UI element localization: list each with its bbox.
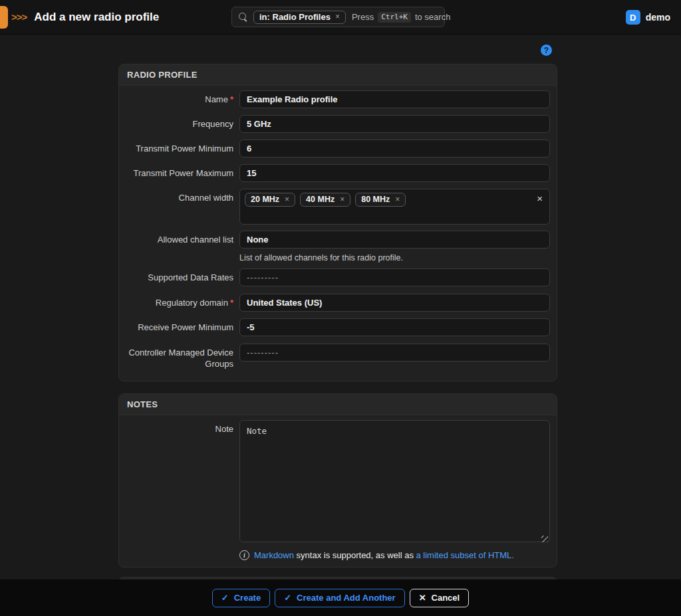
- field-row-tx-power-max: Transmit Power Maximum: [126, 164, 550, 182]
- user-name: demo: [646, 12, 670, 23]
- field-row-allowed-channels: Allowed channel list List of allowed cha…: [126, 231, 550, 262]
- clear-all-icon[interactable]: ×: [537, 193, 543, 205]
- helper-period: .: [511, 550, 514, 560]
- allowed-channel-list-field[interactable]: [239, 231, 550, 249]
- regulatory-domain-label: Regulatory domain*: [126, 294, 233, 309]
- chip-remove-icon[interactable]: ×: [285, 195, 289, 203]
- top-header: >>> Add a new radio profile in: Radio Pr…: [0, 0, 681, 35]
- field-row-channel-width: Channel width 20 MHz × 40 MHz × 80 MHz ×…: [126, 189, 550, 225]
- breadcrumb-chevrons-icon[interactable]: >>>: [11, 11, 27, 23]
- field-row-data-rates: Supported Data Rates: [126, 268, 550, 286]
- frequency-label: Frequency: [126, 115, 233, 130]
- search-filter-chip[interactable]: in: Radio Profiles ×: [253, 11, 346, 24]
- tx-power-min-field[interactable]: [239, 140, 550, 157]
- notes-card-title: NOTES: [119, 394, 557, 415]
- form-action-bar: ✓ Create ✓ Create and Add Another ✕ Canc…: [0, 579, 681, 616]
- chip-remove-icon[interactable]: ×: [395, 195, 400, 203]
- search-icon: [239, 13, 247, 21]
- chip-remove-icon[interactable]: ×: [340, 195, 344, 203]
- user-avatar: D: [626, 10, 640, 25]
- allowed-channel-list-label: Allowed channel list: [126, 231, 233, 246]
- check-icon: ✓: [221, 593, 229, 603]
- main-content: ? RADIO PROFILE Name* Frequency Transmit…: [118, 35, 557, 591]
- rx-power-min-label: Receive Power Minimum: [126, 318, 233, 334]
- note-textarea[interactable]: [239, 420, 550, 542]
- field-row-tx-power-min: Transmit Power Minimum: [126, 140, 550, 157]
- notes-card: NOTES Note i Markdown syntax is supporte…: [118, 393, 557, 567]
- note-label: Note: [126, 420, 233, 435]
- user-menu[interactable]: D demo: [626, 0, 670, 35]
- create-button[interactable]: ✓ Create: [212, 589, 270, 607]
- supported-data-rates-field[interactable]: [239, 268, 550, 286]
- help-icon[interactable]: ?: [541, 45, 552, 56]
- x-icon: ✕: [419, 593, 426, 603]
- search-hint-suffix: to search: [415, 12, 450, 22]
- global-search[interactable]: in: Radio Profiles × Press Ctrl+K to sea…: [231, 7, 445, 27]
- field-row-name: Name*: [126, 90, 550, 108]
- markdown-link[interactable]: Markdown: [254, 550, 294, 560]
- channel-width-label: Channel width: [126, 189, 233, 204]
- chip-remove-icon[interactable]: ×: [335, 13, 340, 21]
- regulatory-domain-field[interactable]: [239, 294, 550, 312]
- info-icon: i: [239, 550, 249, 560]
- field-row-note: Note i Markdown syntax is supported, as …: [126, 420, 550, 560]
- rx-power-min-field[interactable]: [239, 318, 550, 336]
- field-row-controller-groups: Controller Managed Device Groups: [126, 344, 550, 370]
- channel-width-chip-20mhz[interactable]: 20 MHz ×: [245, 193, 295, 207]
- sidebar-toggle-tab[interactable]: [0, 6, 8, 29]
- controller-managed-device-groups-label: Controller Managed Device Groups: [126, 344, 233, 370]
- markdown-helper: i Markdown syntax is supported, as well …: [239, 550, 550, 560]
- channel-width-multiselect[interactable]: 20 MHz × 40 MHz × 80 MHz × ×: [239, 189, 550, 225]
- search-filter-label: in: Radio Profiles: [259, 12, 331, 22]
- channel-width-chip-80mhz[interactable]: 80 MHz ×: [355, 193, 406, 207]
- field-row-rx-power-min: Receive Power Minimum: [126, 318, 550, 336]
- tx-power-min-label: Transmit Power Minimum: [126, 140, 233, 155]
- frequency-field[interactable]: [239, 115, 550, 133]
- required-asterisk: *: [230, 298, 233, 308]
- field-row-regulatory-domain: Regulatory domain*: [126, 294, 550, 312]
- radio-profile-card: RADIO PROFILE Name* Frequency Transmit P…: [118, 64, 557, 381]
- tx-power-max-field[interactable]: [239, 164, 550, 182]
- markdown-helper-text: syntax is supported, as well as: [294, 550, 416, 560]
- channel-width-chip-40mhz[interactable]: 40 MHz ×: [300, 193, 350, 207]
- name-field[interactable]: [239, 90, 550, 108]
- help-row: ?: [118, 35, 557, 64]
- page-title: Add a new radio profile: [34, 11, 159, 24]
- resize-grip-icon[interactable]: [541, 536, 548, 542]
- tx-power-max-label: Transmit Power Maximum: [126, 164, 233, 179]
- kbd-shortcut: Ctrl+K: [378, 12, 411, 23]
- html-subset-link[interactable]: a limited subset of HTML: [416, 550, 512, 560]
- cancel-button[interactable]: ✕ Cancel: [410, 589, 470, 607]
- notes-card-body: Note i Markdown syntax is supported, as …: [119, 415, 557, 567]
- radio-profile-card-body: Name* Frequency Transmit Power Minimum T…: [119, 86, 557, 381]
- name-label: Name*: [126, 90, 233, 106]
- create-and-add-another-button[interactable]: ✓ Create and Add Another: [275, 589, 404, 607]
- check-icon: ✓: [284, 593, 291, 603]
- allowed-channel-list-help: List of allowed channels for this radio …: [239, 253, 550, 262]
- search-placeholder: Press Ctrl+K to search: [352, 12, 450, 23]
- required-asterisk: *: [230, 94, 233, 104]
- field-row-frequency: Frequency: [126, 115, 550, 133]
- search-hint-prefix: Press: [352, 12, 374, 22]
- controller-managed-device-groups-field[interactable]: [239, 344, 550, 361]
- radio-profile-card-title: RADIO PROFILE: [119, 64, 557, 86]
- supported-data-rates-label: Supported Data Rates: [126, 268, 233, 284]
